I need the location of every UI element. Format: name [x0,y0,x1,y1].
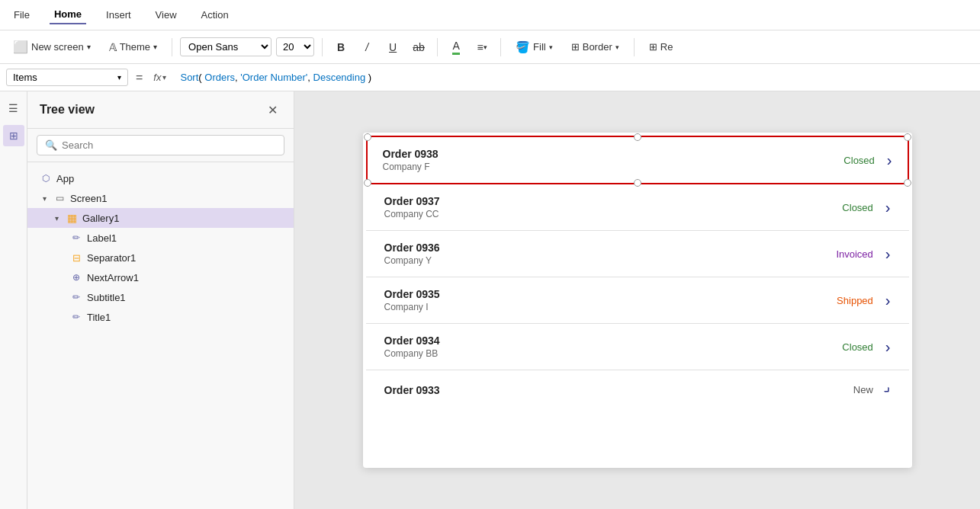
subtitle1-icon: ✏ [70,291,82,303]
row4-subtitle: Company I [384,302,837,312]
font-color-icon: A [452,40,459,55]
row2-content: Order 0937 Company CC [384,195,843,219]
main-layout: ☰ ⊞ Tree view ✕ 🔍 ⬡ App [0,91,980,509]
border-button[interactable]: ⊞ Border ▾ [564,37,626,56]
row3-status: Invoiced [836,248,872,260]
row6-status: New [853,384,873,395]
new-screen-label: New screen [31,41,84,53]
layers-button[interactable]: ⊞ [3,125,24,146]
label1-icon: ✏ [70,232,82,244]
new-screen-icon: ⬜ [13,40,28,54]
menu-insert[interactable]: Insert [101,6,136,24]
toolbar-divider-2 [322,38,323,56]
fill-chevron-icon: ▾ [549,43,553,51]
menu-view[interactable]: View [151,6,182,24]
screen1-chevron-icon: ▾ [40,194,49,203]
formula-bar: Items ▾ = fx ▾ Sort( Orders, 'Order Numb… [0,64,980,91]
underline-button[interactable]: U [382,37,403,58]
menu-bar: File Home Insert View Action [0,0,980,30]
strikethrough-button[interactable]: ab [408,37,429,58]
row5-arrow[interactable]: › [885,338,891,356]
tree-item-app[interactable]: ⬡ App [27,168,294,188]
title1-icon: ✏ [70,311,82,323]
handle-br [904,179,911,187]
border-chevron-icon: ▾ [615,43,619,51]
screen-icon: ▭ [53,192,66,204]
bold-button[interactable]: B [330,37,352,58]
strikethrough-icon: ab [413,41,425,53]
canvas-area: Order 0938 Company F Closed › Order 0937… [294,91,980,509]
row4-arrow[interactable]: › [885,292,891,309]
tree-item-title1[interactable]: ✏ Title1 [27,307,294,327]
theme-chevron-icon: ▾ [153,43,157,51]
gallery-list: Order 0938 Company F Closed › Order 0937… [363,133,912,468]
formula-descending: Descending [313,72,366,83]
icon-sidebar: ☰ ⊞ [0,91,27,509]
gallery-row-4[interactable]: Order 0935 Company I Shipped › [366,277,909,324]
gallery-row-3[interactable]: Order 0936 Company Y Invoiced › [366,231,909,277]
formula-fx-button[interactable]: fx ▾ [150,72,169,83]
new-screen-button[interactable]: ⬜ New screen ▾ [6,36,98,58]
row4-content: Order 0935 Company I [384,288,837,312]
align-button[interactable]: ≡ ▾ [471,37,493,58]
row6-arrow[interactable]: › [880,382,896,398]
formula-expression[interactable]: Sort( Orders, 'Order Number', Descending… [174,72,974,83]
nextarrow1-icon: ⊕ [70,271,82,283]
row3-subtitle: Company Y [384,255,837,266]
row6-content: Order 0933 [384,384,853,396]
toolbar-divider-5 [634,38,635,56]
reorder-button[interactable]: ⊞ Re [642,37,680,56]
menu-file[interactable]: File [9,6,34,24]
row1-arrow[interactable]: › [887,152,892,169]
font-color-button[interactable]: A [445,37,467,58]
gallery-row-2[interactable]: Order 0937 Company CC Closed › [366,184,909,231]
italic-button[interactable]: / [356,37,378,58]
row5-title: Order 0934 [384,335,843,347]
row5-status: Closed [842,341,872,353]
theme-label: Theme [120,41,150,53]
gallery-row-6[interactable]: Order 0933 New › [366,370,909,409]
gallery-row-5[interactable]: Order 0934 Company BB Closed › [366,324,909,370]
handle-tr [904,133,911,141]
tree-item-subtitle1-label: Subtitle1 [87,292,126,303]
theme-button[interactable]: 𝔸 Theme ▾ [102,37,164,57]
gallery-row-selected[interactable]: Order 0938 Company F Closed › [366,136,909,184]
row1-subtitle: Company F [383,162,844,172]
handle-bl [364,179,371,187]
menu-action[interactable]: Action [197,6,233,24]
tree-item-subtitle1[interactable]: ✏ Subtitle1 [27,287,294,307]
tree-item-screen1[interactable]: ▾ ▭ Screen1 [27,188,294,208]
border-icon: ⊞ [571,41,580,53]
fill-icon: 🪣 [516,40,530,54]
tree-item-separator1[interactable]: ⊟ Separator1 [27,248,294,267]
row5-subtitle: Company BB [384,348,843,359]
row2-title: Order 0937 [384,195,843,207]
underline-icon: U [389,41,397,53]
hamburger-menu-button[interactable]: ☰ [3,98,24,119]
row2-arrow[interactable]: › [885,199,891,216]
row3-arrow[interactable]: › [885,245,891,263]
search-icon: 🔍 [45,139,57,151]
new-screen-chevron-icon: ▾ [87,43,91,51]
property-dropdown[interactable]: Items ▾ [6,69,128,86]
layers-icon: ⊞ [9,130,18,142]
tree-item-gallery1[interactable]: ▾ ▦ Gallery1 [27,208,294,228]
menu-home[interactable]: Home [50,5,86,24]
tree-panel: Tree view ✕ 🔍 ⬡ App ▾ ▭ Screen1 [27,91,294,509]
tree-close-button[interactable]: ✕ [263,101,281,119]
search-input[interactable] [62,139,276,151]
row1-content: Order 0938 Company F [383,148,844,172]
toolbar-divider-4 [500,38,501,56]
toolbar: ⬜ New screen ▾ 𝔸 Theme ▾ Open Sans 20 B … [0,30,980,64]
row1-title: Order 0938 [383,148,844,160]
font-size-select[interactable]: 20 [276,37,314,56]
tree-item-label1[interactable]: ✏ Label1 [27,228,294,248]
row1-status: Closed [843,155,874,166]
tree-item-nextarrow1[interactable]: ⊕ NextArrow1 [27,267,294,287]
tree-item-screen1-label: Screen1 [70,193,107,204]
fill-button[interactable]: 🪣 Fill ▾ [509,37,560,58]
formula-orders: Orders [204,72,235,83]
fill-label: Fill [533,41,546,53]
tree-item-title1-label: Title1 [87,312,111,323]
font-select[interactable]: Open Sans [180,37,272,56]
